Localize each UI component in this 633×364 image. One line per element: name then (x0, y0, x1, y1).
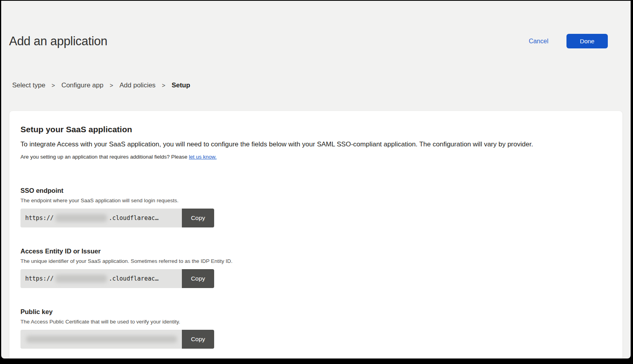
breadcrumb-item-add-policies[interactable]: Add policies (119, 81, 155, 89)
redacted-value-blur (26, 336, 177, 343)
field-public-key: Public key The Access Public Certificate… (20, 308, 611, 349)
breadcrumb-separator: > (162, 81, 165, 89)
value-prefix: https:// (25, 275, 54, 282)
let-us-know-link[interactable]: let us know. (189, 154, 217, 160)
breadcrumb-item-configure-app[interactable]: Configure app (61, 81, 104, 89)
redacted-value-blur (55, 214, 107, 222)
card-intro: To integrate Access with your SaaS appli… (20, 140, 611, 149)
field-description: The endpoint where your SaaS application… (20, 198, 611, 204)
field-sso-endpoint: SSO endpoint The endpoint where your Saa… (20, 187, 611, 227)
access-entity-id-value: https:// .cloudflareac… (20, 269, 182, 288)
field-description: The Access Public Certificate that will … (20, 319, 611, 325)
sso-endpoint-value-row: https:// .cloudflareac… Copy (20, 209, 214, 227)
public-key-value-row: Copy (20, 330, 214, 349)
done-button[interactable]: Done (566, 34, 608, 48)
copy-button[interactable]: Copy (182, 269, 214, 288)
screenshot-frame: Add an application Cancel Done Select ty… (0, 0, 633, 364)
page: Add an application Cancel Done Select ty… (1, 1, 631, 358)
field-description: The unique identifier of your SaaS appli… (20, 258, 611, 264)
card-heading: Setup your SaaS application (20, 124, 611, 135)
card-note-text: Are you setting up an application that r… (20, 154, 187, 160)
sso-endpoint-value: https:// .cloudflareac… (20, 209, 182, 227)
page-header: Add an application Cancel Done (9, 25, 623, 57)
card-note: Are you setting up an application that r… (20, 153, 611, 161)
setup-card: Setup your SaaS application To integrate… (9, 111, 623, 358)
cancel-button[interactable]: Cancel (526, 37, 551, 45)
copy-button[interactable]: Copy (182, 209, 214, 227)
header-actions: Cancel Done (526, 34, 623, 48)
redacted-value-blur (55, 275, 107, 283)
value-prefix: https:// (25, 214, 54, 222)
breadcrumb-separator: > (52, 81, 55, 89)
value-suffix: .cloudflareac… (109, 214, 158, 222)
access-entity-id-value-row: https:// .cloudflareac… Copy (20, 269, 214, 288)
breadcrumb-item-select-type[interactable]: Select type (12, 81, 45, 89)
breadcrumb-item-setup: Setup (172, 81, 190, 89)
copy-button[interactable]: Copy (182, 330, 214, 349)
field-access-entity-id: Access Entity ID or Issuer The unique id… (20, 247, 611, 288)
breadcrumb-separator: > (110, 81, 113, 89)
field-label: SSO endpoint (20, 187, 611, 194)
value-suffix: .cloudflareac… (109, 275, 158, 282)
breadcrumb: Select type > Configure app > Add polici… (9, 81, 623, 89)
public-key-value (20, 330, 182, 349)
page-title: Add an application (9, 33, 107, 49)
field-label: Public key (20, 308, 611, 316)
field-label: Access Entity ID or Issuer (20, 247, 611, 255)
